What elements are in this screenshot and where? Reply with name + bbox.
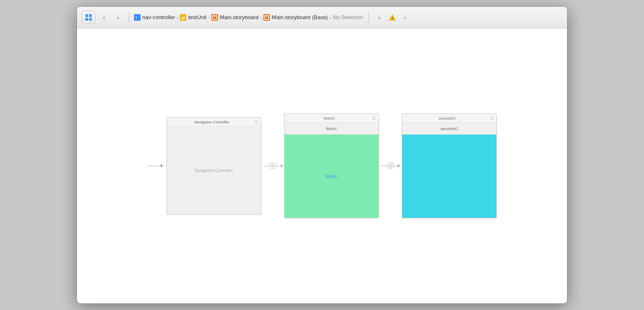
nav-controller-title-bar: Navigation Controller [167, 118, 261, 127]
project-icon: T [134, 14, 141, 21]
project-label: nav-controller [142, 14, 175, 20]
svg-text:T: T [135, 16, 138, 20]
svg-text:!: ! [392, 16, 393, 20]
folder-label: testUnit [188, 14, 206, 20]
svg-rect-6 [213, 15, 217, 20]
toolbar-right-separator [369, 12, 369, 23]
breadcrumb-item-folder[interactable]: 📁 testUnit [180, 14, 206, 21]
second-vc-body [402, 135, 496, 218]
grid-icon[interactable] [82, 11, 95, 24]
breadcrumb-chevron-3: › [260, 15, 262, 20]
nav-controller-body: Navigation Controller [167, 127, 261, 214]
nav-controller-title: Navigation Controller [169, 120, 254, 124]
breadcrumb: T nav-controller › 📁 testUnit › [134, 14, 364, 21]
no-selection-label: No Selection [333, 14, 364, 20]
toolbar-forward-btn[interactable]: › [400, 12, 411, 23]
breadcrumb-item-selection: No Selection [333, 14, 364, 20]
storyboard-icon [211, 14, 218, 21]
svg-rect-8 [265, 15, 269, 20]
second-vc-frame: secondVC secondVC [402, 113, 497, 218]
first-vc-dots [372, 116, 376, 121]
svg-rect-0 [85, 14, 88, 17]
toolbar-right: ‹ ! › [367, 12, 411, 23]
first-vc-nav-bar: firstVC [285, 123, 379, 135]
storyboard-base-icon [263, 14, 270, 21]
second-vc-nav-bar: secondVC [402, 123, 496, 135]
first-vc-frame: firstVC firstVC button [284, 113, 379, 218]
breadcrumb-chevron-1: › [177, 15, 178, 20]
toolbar-separator [129, 12, 129, 23]
warning-icon[interactable]: ! [388, 13, 396, 22]
entry-arrow [147, 166, 163, 166]
second-vc-title: secondVC [405, 116, 490, 121]
svg-rect-2 [85, 18, 88, 21]
second-vc-title-bar: secondVC [402, 114, 496, 123]
storyboard-label: Main.storyboard [220, 14, 258, 20]
scene-second-vc: secondVC secondVC [402, 113, 497, 218]
storyboard-canvas-area: Navigation Controller Navigation Control… [77, 28, 567, 303]
toolbar-left: ‹ › T nav-controller › 📁 [82, 11, 364, 24]
first-vc-body: button [285, 135, 379, 218]
breadcrumb-item-project[interactable]: T nav-controller [134, 14, 175, 21]
scene-first-vc: firstVC firstVC button [284, 113, 379, 218]
breadcrumb-item-storyboard-base[interactable]: Main.storyboard (Base) [263, 14, 328, 21]
xcode-window: ‹ › T nav-controller › 📁 [77, 6, 567, 304]
nav-controller-body-label: Navigation Controller [194, 168, 233, 173]
breadcrumb-chevron-2: › [208, 15, 210, 20]
segue-push [379, 162, 402, 169]
toolbar-back-btn[interactable]: ‹ [374, 12, 385, 23]
nav-controller-frame: Navigation Controller Navigation Control… [166, 117, 261, 214]
first-vc-nav-label: firstVC [326, 127, 337, 131]
segue-root [261, 162, 284, 169]
second-vc-nav-label: secondVC [441, 127, 458, 131]
scene-container: Navigation Controller Navigation Control… [147, 113, 497, 218]
back-button[interactable]: ‹ [99, 12, 109, 23]
nav-controller-dots [254, 120, 258, 124]
storyboard-canvas: Navigation Controller Navigation Control… [77, 28, 567, 303]
first-vc-title: firstVC [287, 116, 372, 121]
forward-button[interactable]: › [113, 12, 124, 23]
svg-text:📁: 📁 [181, 15, 186, 20]
folder-icon: 📁 [180, 14, 186, 21]
breadcrumb-chevron-4: › [329, 15, 331, 20]
toolbar: ‹ › T nav-controller › 📁 [77, 7, 567, 28]
svg-rect-1 [89, 14, 92, 17]
second-vc-dots [490, 116, 494, 121]
breadcrumb-item-storyboard[interactable]: Main.storyboard [211, 14, 258, 21]
scene-nav-controller: Navigation Controller Navigation Control… [166, 117, 261, 214]
storyboard-base-label: Main.storyboard (Base) [272, 14, 328, 20]
first-vc-title-bar: firstVC [285, 114, 379, 123]
first-vc-button[interactable]: button [326, 174, 337, 179]
svg-rect-3 [89, 18, 92, 21]
